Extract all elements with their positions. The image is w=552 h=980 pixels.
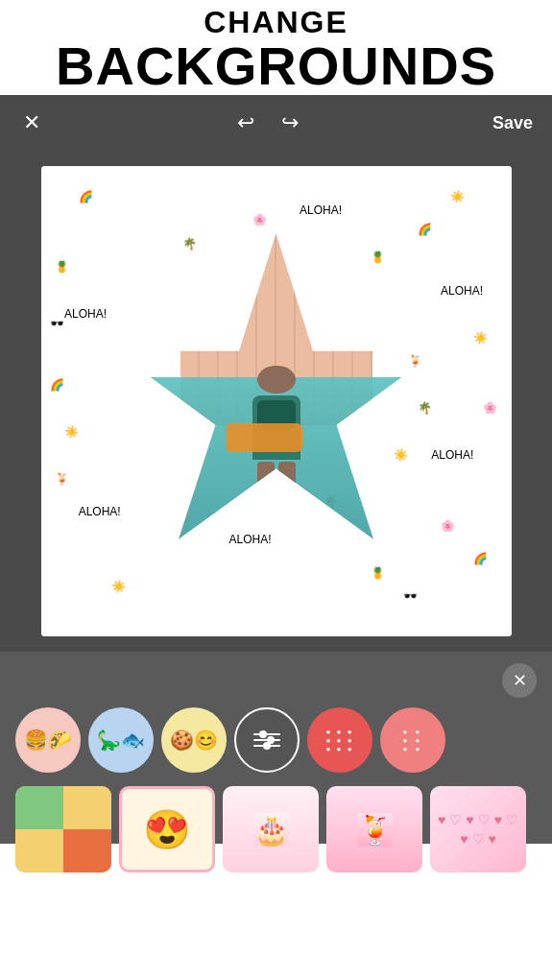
slider-line-1 [253,733,280,735]
toolbar: ✕ ↩ ↪ Save [0,95,552,151]
quad-1 [15,786,63,829]
card-cocktail-content: 🍹 [357,813,393,847]
circle-pink-dots[interactable]: ● ●● ●● ● [380,707,445,773]
header-backgrounds-label: BACKGROUNDS [0,39,552,93]
canvas-wrapper: 🌈 ALOHA! 🌈 ☀️ 🍍 ALOHA! ALOHA! ☀️ 🌴 🌈 🌸 ☀… [0,151,552,652]
card-birthday[interactable]: 🎂 [223,786,319,872]
canvas-image[interactable]: 🌈 ALOHA! 🌈 ☀️ 🍍 ALOHA! ALOHA! ☀️ 🌴 🌈 🌸 ☀… [41,166,512,636]
quad-2 [63,786,111,829]
panel-close-button[interactable]: ✕ [502,663,537,698]
circle-blue-dino[interactable]: 🦕🐟 [88,707,154,773]
toolbar-center: ↩ ↪ [233,107,302,139]
circle-yellow-smile[interactable]: 🍪😊 [161,707,227,773]
card-colorblock[interactable] [15,786,111,872]
header: CHANGE BACKGROUNDS [0,0,552,95]
circle-red-dots[interactable]: ● ● ●● ● ●● ● ● [307,707,372,773]
circle-settings[interactable] [234,707,300,773]
circle-pink-dots-content: ● ●● ●● ● [382,709,444,771]
circle-pink-emoji[interactable]: 🍔🌮 [15,707,81,773]
undo-button[interactable]: ↩ [233,107,258,139]
editor-area: ✕ ↩ ↪ Save 🌈 ALOHA! 🌈 ☀️ 🍍 ALOHA! ALOHA!… [0,95,552,844]
quad-3 [15,829,63,872]
photo-cutout [41,166,512,636]
circle-blue-dino-content: 🦕🐟 [90,709,152,771]
cards-row: 😍 🎂 🍹 ♥♡♥ ♡♥♡ ♥♡♥ [15,786,537,872]
quad-4 [63,829,111,872]
card-birthday-content: 🎂 [253,813,289,847]
sliders-icon [253,733,280,747]
redo-button[interactable]: ↪ [277,107,302,139]
close-button[interactable]: ✕ [19,107,44,139]
slider-line-2 [253,739,280,741]
slider-line-3 [253,745,280,747]
card-cocktail[interactable]: 🍹 [326,786,422,872]
header-change-label: CHANGE [0,6,552,39]
card-colorblock-grid [15,786,111,872]
bottom-panel: ✕ 🍔🌮 🦕🐟 🍪😊 [0,652,552,844]
circle-settings-content [236,709,298,771]
card-hearts-content: ♥♡♥ ♡♥♡ ♥♡♥ [430,804,526,854]
star-shape [108,233,444,569]
card-emoji-face[interactable]: 😍 [119,786,215,872]
circle-pink-emoji-content: 🍔🌮 [17,709,79,771]
card-emoji-face-content: 😍 [143,807,191,852]
toolbar-right: Save [492,113,533,133]
card-hearts[interactable]: ♥♡♥ ♡♥♡ ♥♡♥ [430,786,526,872]
circle-red-dots-content: ● ● ●● ● ●● ● ● [309,709,371,771]
circles-row: 🍔🌮 🦕🐟 🍪😊 [15,707,537,777]
save-button[interactable]: Save [492,113,533,133]
circle-yellow-smile-content: 🍪😊 [163,709,225,771]
close-row: ✕ [15,663,537,698]
toolbar-left: ✕ [19,107,44,139]
